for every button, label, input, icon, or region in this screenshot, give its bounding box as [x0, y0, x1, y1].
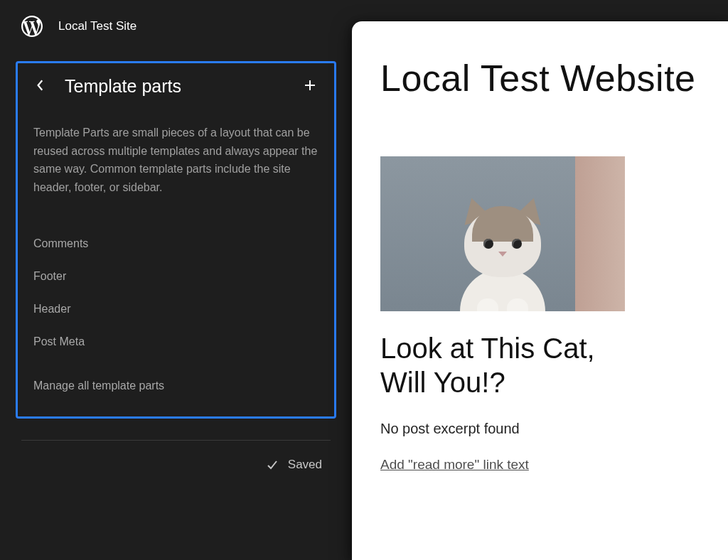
plus-icon: [303, 78, 317, 95]
save-status: Saved: [0, 441, 352, 472]
add-template-part-button[interactable]: [300, 77, 320, 97]
post-excerpt: No post excerpt found: [380, 421, 728, 437]
wordpress-logo-icon[interactable]: [20, 14, 44, 38]
site-name[interactable]: Local Test Site: [58, 19, 136, 33]
template-parts-list: Comments Footer Header Post Meta: [32, 227, 320, 358]
check-icon: [265, 458, 279, 472]
panel-header: Template parts: [32, 76, 320, 97]
template-parts-panel: Template parts Template Parts are small …: [16, 61, 336, 419]
preview-site-title: Local Test Website: [380, 57, 728, 99]
template-part-item[interactable]: Post Meta: [32, 325, 320, 358]
status-label: Saved: [288, 458, 322, 472]
site-preview[interactable]: Local Test Website Look at This Cat, Wil…: [352, 21, 728, 560]
manage-all-link[interactable]: Manage all template parts: [32, 365, 320, 397]
panel-description: Template Parts are small pieces of a lay…: [32, 124, 320, 196]
template-part-item[interactable]: Header: [32, 293, 320, 325]
post-title: Look at This Cat, Will You!?: [380, 331, 608, 399]
template-part-item[interactable]: Comments: [32, 227, 320, 260]
read-more-link[interactable]: Add "read more" link text: [380, 457, 728, 473]
back-button[interactable]: [32, 78, 49, 95]
kitten-illustration: [442, 193, 563, 311]
site-bar: Local Test Site: [0, 0, 352, 61]
template-part-item[interactable]: Footer: [32, 260, 320, 293]
chevron-left-icon: [36, 79, 45, 95]
post-featured-image: [380, 156, 625, 311]
editor-sidebar: Local Test Site Template parts Template …: [0, 0, 352, 560]
panel-title: Template parts: [65, 76, 284, 97]
